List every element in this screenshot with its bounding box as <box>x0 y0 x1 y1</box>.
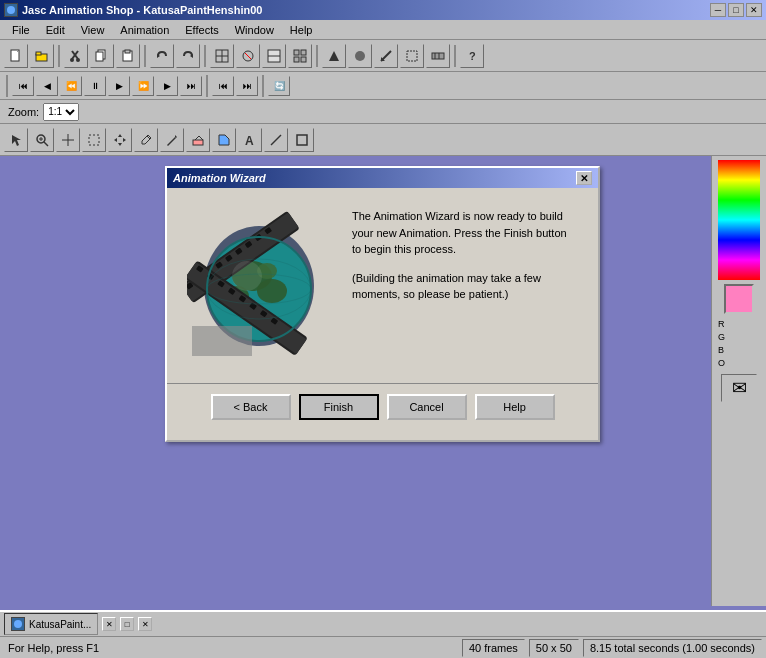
menu-edit[interactable]: Edit <box>38 20 73 39</box>
svg-text:?: ? <box>469 50 476 62</box>
minimize-button[interactable]: ─ <box>710 3 726 17</box>
tool-btn-8[interactable] <box>400 44 424 68</box>
tool-btn-5[interactable] <box>322 44 346 68</box>
help-button[interactable]: ? <box>460 44 484 68</box>
separator-1 <box>58 45 60 67</box>
menu-help[interactable]: Help <box>282 20 321 39</box>
tool-btn-1[interactable] <box>210 44 234 68</box>
dialog-title-bar: Animation Wizard ✕ <box>167 168 598 188</box>
pause-button[interactable]: ⏸ <box>84 76 106 96</box>
eraser-tool[interactable] <box>186 128 210 152</box>
menu-view[interactable]: View <box>73 20 113 39</box>
status-bar: For Help, press F1 40 frames 50 x 50 8.1… <box>0 636 766 658</box>
color-palette: R G B O ✉ <box>711 156 766 606</box>
prev-key-button[interactable]: ⏮ <box>212 76 234 96</box>
maximize-button[interactable]: □ <box>728 3 744 17</box>
dialog-wizard-image <box>187 208 332 363</box>
go-end-button[interactable]: ⏭ <box>180 76 202 96</box>
help-dialog-button[interactable]: Help <box>475 394 555 420</box>
window-title: Jasc Animation Shop - KatusaPaintHenshin… <box>22 4 262 16</box>
next-key-button[interactable]: ⏭ <box>236 76 258 96</box>
zoom-tool[interactable] <box>30 128 54 152</box>
close-button[interactable]: ✕ <box>746 3 762 17</box>
cancel-button[interactable]: Cancel <box>387 394 467 420</box>
status-time: 8.15 total seconds (1.00 seconds) <box>583 639 762 657</box>
new-button[interactable] <box>4 44 28 68</box>
tool-btn-4[interactable] <box>288 44 312 68</box>
text-tool[interactable]: A <box>238 128 262 152</box>
dialog-close-button[interactable]: ✕ <box>576 171 592 185</box>
tool-btn-3[interactable] <box>262 44 286 68</box>
main-area: Animation Wizard ✕ <box>0 156 766 606</box>
play-button[interactable]: ▶ <box>108 76 130 96</box>
tool-btn-2[interactable] <box>236 44 260 68</box>
step-back-button[interactable]: ⏪ <box>60 76 82 96</box>
tool-btn-6[interactable] <box>348 44 372 68</box>
cut-button[interactable] <box>64 44 88 68</box>
redo-button[interactable] <box>176 44 200 68</box>
crosshair-tool[interactable] <box>56 128 80 152</box>
current-color-box[interactable] <box>724 284 754 314</box>
sep-play-0 <box>6 75 8 97</box>
svg-rect-42 <box>89 135 99 145</box>
svg-point-28 <box>355 51 365 61</box>
separator-5 <box>454 45 456 67</box>
title-buttons[interactable]: ─ □ ✕ <box>710 3 762 17</box>
tool-btn-7[interactable] <box>374 44 398 68</box>
select-tool[interactable] <box>4 128 28 152</box>
color-gradient[interactable] <box>718 160 760 280</box>
tool-btn-9[interactable] <box>426 44 450 68</box>
main-toolbar: ? <box>0 40 766 72</box>
sep-play-2 <box>262 75 264 97</box>
svg-rect-45 <box>193 140 203 145</box>
dropper-tool[interactable] <box>134 128 158 152</box>
taskbar-close-3[interactable]: ✕ <box>138 617 152 631</box>
dialog-body: The Animation Wizard is now ready to bui… <box>167 188 598 440</box>
svg-line-37 <box>44 142 48 146</box>
taskbar-close-1[interactable]: ✕ <box>102 617 116 631</box>
dialog-text-1: The Animation Wizard is now ready to bui… <box>352 208 578 258</box>
taskbar-close-2[interactable]: □ <box>120 617 134 631</box>
undo-button[interactable] <box>150 44 174 68</box>
svg-point-52 <box>257 279 287 303</box>
copy-button[interactable] <box>90 44 114 68</box>
svg-rect-26 <box>301 57 306 62</box>
open-button[interactable] <box>30 44 54 68</box>
dialog-title-text: Animation Wizard <box>173 172 266 184</box>
svg-rect-5 <box>36 52 41 55</box>
svg-point-1 <box>7 6 15 14</box>
fill-tool[interactable] <box>212 128 236 152</box>
paste-button[interactable] <box>116 44 140 68</box>
prev-frame-button[interactable]: ◀ <box>36 76 58 96</box>
next-frame-button[interactable]: ▶ <box>156 76 178 96</box>
zoom-select[interactable]: 1:1 1:2 2:1 <box>43 103 79 121</box>
separator-3 <box>204 45 206 67</box>
svg-rect-31 <box>407 51 417 61</box>
pencil-tool[interactable] <box>160 128 184 152</box>
line-tool[interactable] <box>264 128 288 152</box>
go-start-button[interactable]: ⏮ <box>12 76 34 96</box>
playback-toolbar: ⏮ ◀ ⏪ ⏸ ▶ ⏩ ▶ ⏭ ⏮ ⏭ 🔄 <box>0 72 766 100</box>
menu-animation[interactable]: Animation <box>112 20 177 39</box>
color-info: R G B O <box>718 318 760 370</box>
menu-file[interactable]: File <box>4 20 38 39</box>
dialog-description: The Animation Wizard is now ready to bui… <box>352 208 578 303</box>
menu-effects[interactable]: Effects <box>177 20 226 39</box>
menu-window[interactable]: Window <box>227 20 282 39</box>
rectangle-tool[interactable] <box>290 128 314 152</box>
animation-wizard-dialog: Animation Wizard ✕ <box>165 166 600 442</box>
step-forward-button[interactable]: ⏩ <box>132 76 154 96</box>
zoom-label: Zoom: <box>8 106 39 118</box>
svg-rect-11 <box>96 52 103 61</box>
taskbar-app-button[interactable]: KatusaPaint... <box>4 613 98 635</box>
move-tool[interactable] <box>108 128 132 152</box>
envelope-button[interactable]: ✉ <box>721 374 757 402</box>
menu-bar: File Edit View Animation Effects Window … <box>0 20 766 40</box>
loop-button[interactable]: 🔄 <box>268 76 290 96</box>
svg-rect-23 <box>294 50 299 55</box>
selection-tool[interactable] <box>82 128 106 152</box>
finish-button[interactable]: Finish <box>299 394 379 420</box>
back-button[interactable]: < Back <box>211 394 291 420</box>
app-icon <box>4 3 18 17</box>
drawing-tools-toolbar: A <box>0 124 766 156</box>
